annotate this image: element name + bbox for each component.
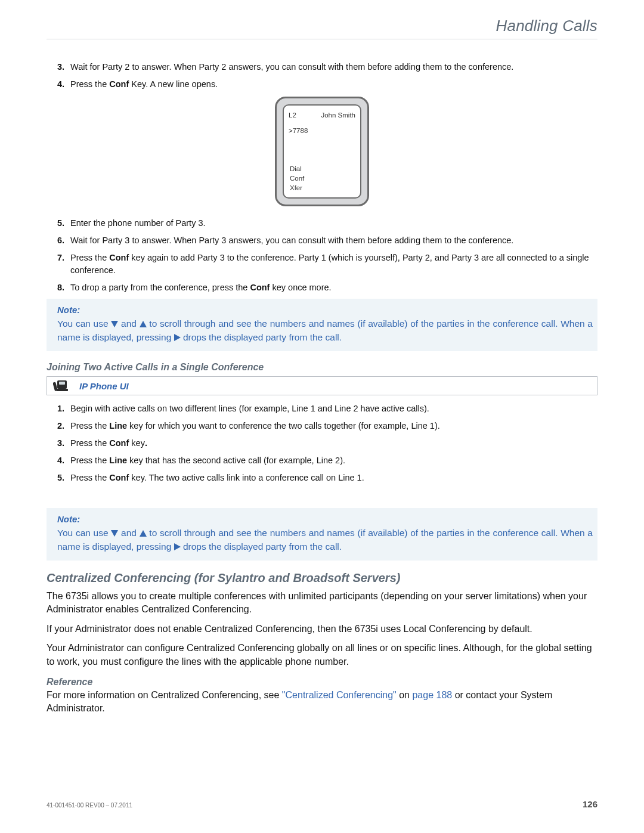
step-text: To drop a party from the conference, pre… bbox=[70, 281, 597, 294]
note-text: You can use and to scroll through and se… bbox=[57, 317, 593, 344]
list-item: 8.To drop a party from the conference, p… bbox=[57, 281, 597, 294]
step-number: 4. bbox=[57, 78, 70, 91]
list-item: 5.Enter the phone number of Party 3. bbox=[57, 217, 597, 230]
list-item: 3.Press the Conf key. bbox=[57, 437, 597, 450]
step-number: 3. bbox=[57, 437, 70, 450]
phone-softkey: Conf bbox=[290, 174, 304, 184]
steps-a: 3.Wait for Party 2 to answer. When Party… bbox=[47, 61, 597, 91]
step-text: Enter the phone number of Party 3. bbox=[70, 217, 597, 230]
step-number: 2. bbox=[57, 420, 70, 432]
step-text: Press the Conf key again to add Party 3 … bbox=[70, 252, 597, 277]
phone-screen: L2 John Smith >7788 Dial Conf Xfer bbox=[283, 104, 361, 199]
step-number: 6. bbox=[57, 234, 70, 247]
section-heading-centralized: Centralized Conferencing (for Sylantro a… bbox=[47, 571, 597, 585]
list-item: 1.Begin with active calls on two differe… bbox=[57, 402, 597, 415]
down-arrow-icon bbox=[111, 321, 118, 327]
footer-doc-id: 41-001451-00 REV00 – 07.2011 bbox=[47, 802, 132, 809]
body-paragraph: If your Administrator does not enable Ce… bbox=[47, 623, 597, 636]
step-text: Wait for Party 2 to answer. When Party 2… bbox=[70, 61, 597, 73]
svg-rect-1 bbox=[59, 382, 65, 385]
list-item: 3.Wait for Party 2 to answer. When Party… bbox=[57, 61, 597, 73]
steps-c: 1.Begin with active calls on two differe… bbox=[47, 402, 597, 484]
step-text: Press the Line key for which you want to… bbox=[70, 420, 597, 432]
list-item: 6.Wait for Party 3 to answer. When Party… bbox=[57, 234, 597, 247]
body-paragraph: Your Administrator can configure Central… bbox=[47, 642, 597, 668]
phone-line-label: L2 bbox=[289, 112, 296, 119]
list-item: 7.Press the Conf key again to add Party … bbox=[57, 252, 597, 277]
phone-softkey-list: Dial Conf Xfer bbox=[290, 165, 304, 193]
list-item: 4.Press the Line key that has the second… bbox=[57, 454, 597, 467]
step-text: Begin with active calls on two different… bbox=[70, 402, 597, 415]
reference-heading: Reference bbox=[47, 677, 597, 688]
note-box-1: Note: You can use and to scroll through … bbox=[47, 299, 597, 351]
footer-page-number: 126 bbox=[583, 799, 597, 809]
phone-number: >7788 bbox=[289, 127, 355, 134]
phone-illustration: L2 John Smith >7788 Dial Conf Xfer bbox=[47, 97, 597, 206]
step-text: Press the Conf key. bbox=[70, 437, 597, 450]
list-item: 5.Press the Conf key. The two active cal… bbox=[57, 472, 597, 484]
link-centralized-conferencing[interactable]: "Centralized Conferencing" bbox=[282, 690, 397, 700]
step-text: Press the Conf key. The two active calls… bbox=[70, 472, 597, 484]
list-item: 2.Press the Line key for which you want … bbox=[57, 420, 597, 432]
note-text: You can use and to scroll through and se… bbox=[57, 527, 593, 553]
right-arrow-icon bbox=[174, 543, 181, 550]
sub-heading-joining: Joining Two Active Calls in a Single Con… bbox=[47, 362, 597, 373]
header-rule bbox=[47, 39, 597, 39]
up-arrow-icon bbox=[140, 530, 147, 537]
note-label: Note: bbox=[57, 305, 593, 315]
phone-caller-name: John Smith bbox=[321, 112, 355, 119]
step-number: 3. bbox=[57, 61, 70, 73]
phone-device-icon bbox=[53, 379, 71, 392]
up-arrow-icon bbox=[140, 321, 147, 327]
steps-b: 5.Enter the phone number of Party 3.6.Wa… bbox=[47, 217, 597, 294]
phone-softkey: Xfer bbox=[290, 184, 304, 193]
right-arrow-icon bbox=[174, 334, 181, 341]
page: Handling Calls 3.Wait for Party 2 to ans… bbox=[0, 0, 644, 833]
step-number: 4. bbox=[57, 454, 70, 467]
step-number: 7. bbox=[57, 252, 70, 277]
step-number: 8. bbox=[57, 281, 70, 294]
down-arrow-icon bbox=[111, 530, 118, 537]
note-label: Note: bbox=[57, 514, 593, 524]
svg-rect-3 bbox=[57, 389, 68, 391]
page-footer: 41-001451-00 REV00 – 07.2011 126 bbox=[47, 799, 597, 809]
body-paragraph: The 6735i allows you to create multiple … bbox=[47, 590, 597, 617]
ip-phone-ui-label: IP Phone UI bbox=[79, 381, 129, 391]
phone-softkey: Dial bbox=[290, 165, 304, 174]
step-number: 5. bbox=[57, 217, 70, 230]
reference-paragraph: For more information on Centralized Conf… bbox=[47, 689, 597, 716]
list-item: 4.Press the Conf Key. A new line opens. bbox=[57, 78, 597, 91]
page-title: Handling Calls bbox=[47, 17, 597, 39]
note-box-2: Note: You can use and to scroll through … bbox=[47, 508, 597, 561]
step-text: Press the Line key that has the second a… bbox=[70, 454, 597, 467]
phone-bezel: L2 John Smith >7788 Dial Conf Xfer bbox=[275, 97, 369, 206]
step-text: Wait for Party 3 to answer. When Party 3… bbox=[70, 234, 597, 247]
ip-phone-ui-bar: IP Phone UI bbox=[47, 376, 597, 395]
step-number: 5. bbox=[57, 472, 70, 484]
link-page-188[interactable]: page 188 bbox=[412, 690, 452, 700]
step-number: 1. bbox=[57, 402, 70, 415]
step-text: Press the Conf Key. A new line opens. bbox=[70, 78, 597, 91]
